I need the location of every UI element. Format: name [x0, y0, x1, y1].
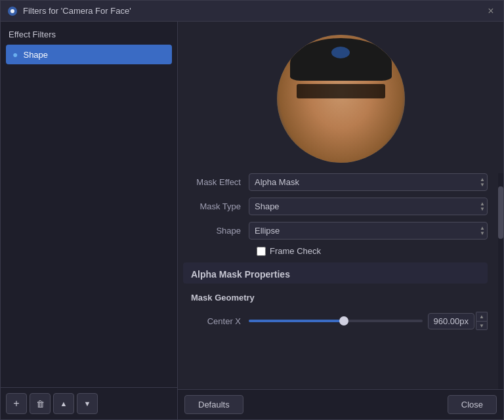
filter-item-label: Shape [23, 50, 48, 60]
shape-row: Shape Ellipse ▲ ▼ [183, 222, 488, 240]
add-icon: + [13, 398, 19, 410]
cap-logo [331, 47, 350, 58]
add-filter-button[interactable]: + [6, 393, 27, 414]
svg-point-1 [10, 9, 14, 13]
title-bar: Filters for 'Camera For Face' × [1, 1, 503, 22]
face-cap [290, 38, 392, 81]
shape-select[interactable]: Ellipse [249, 222, 488, 240]
move-down-button[interactable]: ▼ [77, 393, 98, 414]
mask-type-label: Mask Type [183, 201, 249, 211]
main-window: Filters for 'Camera For Face' × Effect F… [0, 0, 504, 420]
left-panel: Effect Filters ● Shape + 🗑 ▲ ▼ [1, 22, 178, 419]
filter-list: ● Shape [1, 45, 177, 387]
move-up-button[interactable]: ▲ [53, 393, 74, 414]
alpha-mask-properties-header: Alpha Mask Properties [183, 262, 488, 284]
close-button[interactable]: × [485, 5, 497, 17]
scrollbar-track [498, 173, 503, 389]
mask-type-row: Mask Type Shape ▲ ▼ [183, 198, 488, 215]
mask-effect-select[interactable]: Alpha Mask [249, 173, 488, 191]
window-title: Filters for 'Camera For Face' [23, 6, 485, 16]
app-icon [7, 6, 18, 16]
mask-geometry-header: Mask Geometry [183, 289, 488, 306]
down-arrow-icon: ▼ [84, 400, 91, 408]
frame-check-row: Frame Check [183, 246, 488, 256]
mask-effect-label: Mask Effect [183, 177, 249, 187]
center-x-value-wrapper: 960.00px ▲ ▼ [428, 312, 488, 330]
settings-scroll-container: Mask Effect Alpha Mask ▲ ▼ [178, 173, 503, 389]
center-x-spin-down[interactable]: ▼ [476, 321, 488, 330]
preview-circle [277, 35, 405, 163]
center-x-value: 960.00px [428, 313, 475, 329]
preview-area [178, 22, 503, 173]
eye-icon: ● [12, 49, 18, 60]
mask-type-select[interactable]: Shape [249, 198, 488, 215]
bottom-toolbar: + 🗑 ▲ ▼ [1, 387, 177, 419]
trash-icon: 🗑 [36, 399, 45, 409]
effect-filters-label: Effect Filters [1, 22, 177, 45]
up-arrow-icon: ▲ [60, 400, 68, 408]
shape-select-wrapper: Ellipse ▲ ▼ [249, 222, 488, 240]
defaults-button[interactable]: Defaults [184, 395, 243, 414]
center-x-row: Center X 960.00px ▲ ▼ [183, 312, 488, 330]
frame-check-checkbox[interactable] [257, 247, 266, 256]
preview-face [277, 35, 405, 163]
filter-item-shape[interactable]: ● Shape [6, 45, 172, 64]
bottom-bar: Defaults Close [178, 389, 503, 419]
right-panel: Mask Effect Alpha Mask ▲ ▼ [178, 22, 503, 419]
settings-area: Mask Effect Alpha Mask ▲ ▼ [178, 173, 498, 389]
center-x-spin-up[interactable]: ▲ [476, 312, 488, 321]
center-x-spin: ▲ ▼ [476, 312, 488, 330]
shape-label: Shape [183, 226, 249, 236]
center-x-slider[interactable] [249, 320, 423, 322]
frame-check-label: Frame Check [270, 246, 321, 256]
mask-effect-select-wrapper: Alpha Mask ▲ ▼ [249, 173, 488, 191]
center-x-label: Center X [183, 316, 249, 326]
remove-filter-button[interactable]: 🗑 [30, 393, 51, 414]
close-dialog-button[interactable]: Close [448, 395, 497, 414]
face-glasses [297, 84, 385, 98]
mask-type-select-wrapper: Shape ▲ ▼ [249, 198, 488, 215]
mask-effect-row: Mask Effect Alpha Mask ▲ ▼ [183, 173, 488, 191]
scrollbar-thumb[interactable] [498, 186, 503, 239]
